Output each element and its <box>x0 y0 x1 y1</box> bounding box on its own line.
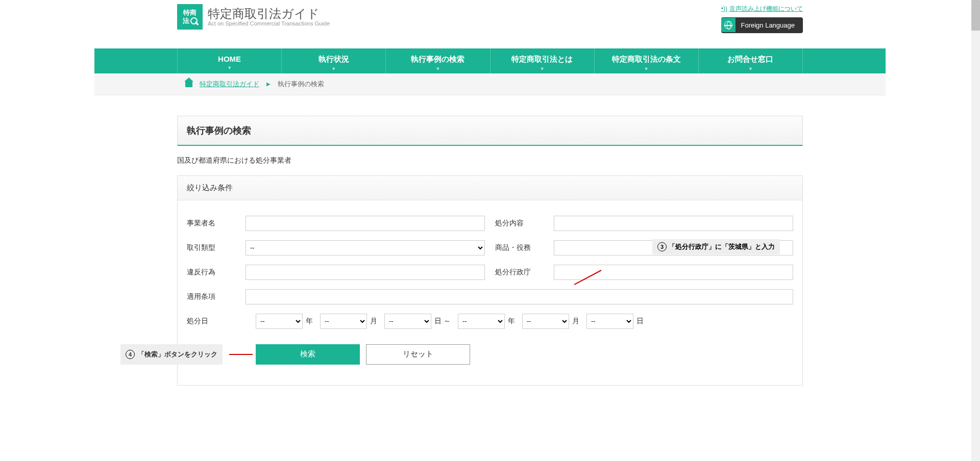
nav-case-search[interactable]: 執行事例の検索▼ <box>386 48 490 73</box>
label-clause: 適用条項 <box>187 292 246 301</box>
foreign-language-button[interactable]: Foreign Language <box>721 17 803 33</box>
sound-icon: •)) <box>721 5 727 12</box>
nav-contact[interactable]: お問合せ窓口▼ <box>699 48 803 73</box>
date-from-month[interactable]: -- <box>320 314 367 329</box>
date-to-year[interactable]: -- <box>458 314 505 329</box>
site-title: 特定商取引法ガイド <box>208 7 330 20</box>
breadcrumb-current: 執行事例の検索 <box>278 80 324 89</box>
chevron-down-icon: ▼ <box>595 66 698 71</box>
scrollbar[interactable] <box>971 0 980 386</box>
label-operator: 事業者名 <box>187 219 246 228</box>
annotation-3: 3 「処分行政庁」に「茨城県」と入力 <box>652 239 780 254</box>
logo-mark: 特商 法 <box>177 4 203 30</box>
site-subtitle: Act on Specified Commercial Transactions… <box>208 20 330 27</box>
clause-input[interactable] <box>246 289 793 304</box>
label-content: 処分内容 <box>495 219 554 228</box>
filter-panel-title: 絞り込み条件 <box>178 176 802 200</box>
page-title: 執行事例の検索 <box>177 116 803 146</box>
breadcrumb: 特定商取引法ガイド ▶ 執行事例の検索 <box>177 73 803 95</box>
search-button[interactable]: 検索 <box>256 344 360 365</box>
breadcrumb-arrow-icon: ▶ <box>266 81 271 87</box>
filter-panel: 絞り込み条件 事業者名 処分内容 取引類型 <box>177 175 803 386</box>
page-subheading: 国及び都道府県における処分事業者 <box>177 156 803 165</box>
annotation-4-line <box>229 354 253 355</box>
content-input[interactable] <box>554 216 793 231</box>
chevron-down-icon: ▼ <box>491 66 594 71</box>
nav-about-law[interactable]: 特定商取引法とは▼ <box>491 48 595 73</box>
label-goods: 商品・役務 <box>495 243 554 252</box>
reset-button[interactable]: リセット <box>366 344 470 365</box>
violation-input[interactable] <box>246 265 485 280</box>
tx-type-select[interactable]: -- <box>246 240 485 255</box>
chevron-down-icon: ▼ <box>699 66 802 71</box>
date-from-year[interactable]: -- <box>256 314 303 329</box>
label-date: 処分日 <box>187 317 246 326</box>
nav-home[interactable]: HOME▼ <box>177 48 282 73</box>
annotation-4: 4 「検索」ボタンをクリック <box>120 344 223 365</box>
label-violation: 違反行為 <box>187 268 246 277</box>
nav-status[interactable]: 執行状況▼ <box>282 48 386 73</box>
voice-read-link[interactable]: •)) 音声読み上げ機能について <box>721 5 803 13</box>
date-to-day[interactable]: -- <box>586 314 633 329</box>
date-to-month[interactable]: -- <box>522 314 569 329</box>
nav-law-text[interactable]: 特定商取引法の条文▼ <box>595 48 699 73</box>
globe-icon <box>721 18 736 32</box>
site-logo[interactable]: 特商 法 特定商取引法ガイド Act on Specified Commerci… <box>177 4 330 30</box>
chevron-down-icon: ▼ <box>282 66 385 71</box>
date-from-day[interactable]: -- <box>384 314 431 329</box>
authority-input[interactable] <box>554 265 793 280</box>
breadcrumb-home-link[interactable]: 特定商取引法ガイド <box>200 80 259 89</box>
home-icon <box>185 81 192 87</box>
operator-input[interactable] <box>246 216 485 231</box>
label-tx-type: 取引類型 <box>187 243 246 252</box>
chevron-down-icon: ▼ <box>178 65 281 70</box>
chevron-down-icon: ▼ <box>386 66 489 71</box>
label-authority: 処分行政庁 <box>495 268 554 277</box>
